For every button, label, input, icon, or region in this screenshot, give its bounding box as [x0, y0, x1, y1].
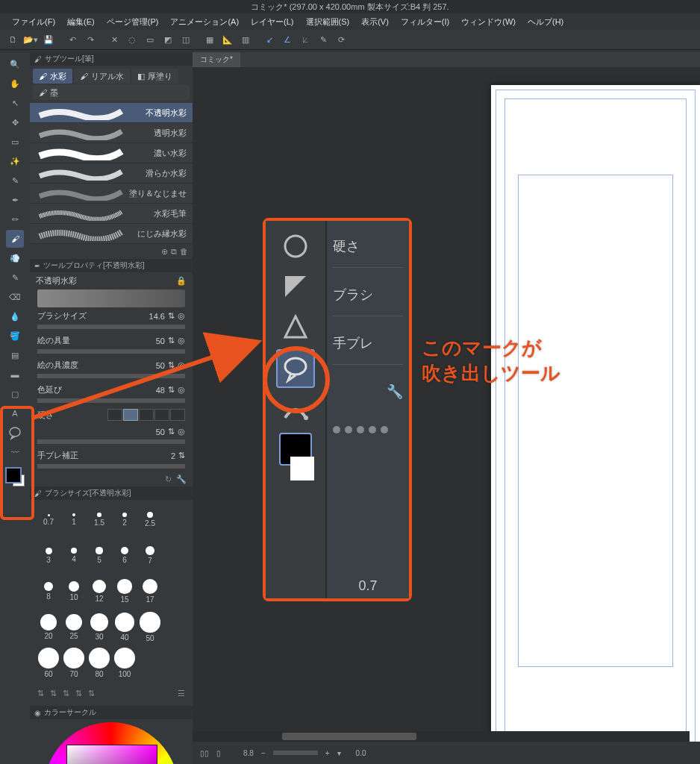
deco-tool-icon[interactable]: ✎	[6, 269, 24, 286]
brush-size-preset[interactable]: 6	[113, 540, 136, 573]
sel-square-icon[interactable]: ▭	[142, 31, 158, 48]
brush-size-preset[interactable]: 20	[37, 612, 60, 645]
fill-tool-icon[interactable]: 🪣	[6, 327, 24, 345]
brush-size-preset[interactable]: 8	[37, 576, 60, 609]
color-square[interactable]	[66, 745, 157, 764]
subtool-item-bleed[interactable]: にじみ縁水彩	[30, 224, 193, 244]
color-wheel[interactable]	[44, 722, 178, 764]
brush-size-preset[interactable]: 10	[63, 576, 85, 609]
wand-tool-icon[interactable]: ✨	[6, 152, 24, 170]
undo-icon[interactable]: ↶	[64, 31, 81, 48]
color-swatch[interactable]	[5, 467, 25, 486]
snap-line-icon[interactable]: ↙	[261, 31, 278, 48]
brush-density2-slider[interactable]	[37, 439, 185, 444]
clear-icon[interactable]: ✕	[106, 31, 122, 48]
guides-icon[interactable]: ▥	[237, 31, 254, 48]
move-view-tool-icon[interactable]: ✋	[6, 75, 24, 93]
page-canvas[interactable]	[491, 85, 700, 742]
blend-tool-icon[interactable]: 💧	[6, 307, 24, 325]
subtool-item-transparent[interactable]: 透明水彩	[30, 123, 193, 143]
brush-size-preset[interactable]: 30	[88, 612, 110, 645]
brush-pressure-icon[interactable]: ✎	[315, 31, 331, 48]
text-tool-icon[interactable]: A	[6, 404, 24, 422]
delete-subtool-icon[interactable]: 🗑	[180, 247, 188, 256]
zoom-slider[interactable]	[273, 751, 318, 755]
reset-icon[interactable]: ↻	[165, 475, 172, 484]
subtool-tab-ink[interactable]: 🖌墨	[33, 85, 190, 100]
brush-tool-icon[interactable]: 🖌	[6, 230, 24, 248]
canvas-viewport[interactable]	[193, 67, 700, 742]
sel-invert-icon[interactable]: ◩	[160, 31, 176, 48]
subtool-item-blend[interactable]: 塗り＆なじませ	[30, 184, 193, 204]
snap-perspective-icon[interactable]: ⟀	[297, 31, 313, 48]
brush-size-header[interactable]: 🖌 ブラシサイズ[不透明水彩]	[30, 486, 193, 500]
zoom-in-icon[interactable]: +	[325, 749, 330, 757]
airbrush-tool-icon[interactable]: 💨	[6, 249, 24, 267]
add-subtool-icon[interactable]: ⊕	[161, 247, 168, 257]
zoom-value[interactable]: 8.8	[243, 749, 254, 757]
brush-size-preset[interactable]: 80	[88, 648, 110, 680]
sel-dotted-icon[interactable]: ◌	[124, 31, 140, 48]
size-preset-icon[interactable]: ⇅	[50, 689, 57, 698]
prop-color-stretch[interactable]: 色延び 48⇅◎	[30, 381, 193, 398]
prop-stabilize[interactable]: 手ブレ補正 2⇅	[30, 447, 193, 464]
prop-brush-size[interactable]: ブラシサイズ 14.6⇅◎	[30, 307, 193, 325]
hardness-selector[interactable]	[107, 409, 185, 421]
size-preset-icon[interactable]: ⇅	[37, 689, 44, 698]
brush-size-preset[interactable]: 17	[139, 576, 161, 609]
size-preset-icon[interactable]: ⇅	[63, 689, 69, 698]
subtool-item-hairbrush[interactable]: 水彩毛筆	[30, 204, 193, 224]
menu-page[interactable]: ページ管理(P)	[101, 13, 165, 30]
brush-size-preset[interactable]: 40	[113, 612, 136, 645]
menu-filter[interactable]: フィルター(I)	[395, 13, 455, 30]
prop-brush-density2[interactable]: 50⇅◎	[30, 424, 193, 439]
page-single-icon[interactable]: ▯	[216, 749, 221, 757]
stabilize-slider[interactable]	[37, 464, 185, 469]
fg-color-swatch[interactable]	[5, 467, 22, 483]
grid-icon[interactable]: ▦	[201, 31, 218, 48]
menu-window[interactable]: ウィンドウ(W)	[455, 13, 522, 30]
page-spread-icon[interactable]: ▯▯	[200, 749, 209, 757]
lock-icon[interactable]: 🔒	[176, 276, 187, 286]
brush-size-preset[interactable]: 7	[139, 540, 161, 573]
brush-size-preset[interactable]: 15	[113, 576, 136, 609]
eyedropper-tool-icon[interactable]: ✎	[6, 172, 24, 190]
brush-size-preset[interactable]: 5	[88, 540, 110, 573]
angle-value[interactable]: 0.0	[356, 749, 366, 757]
brush-size-preset[interactable]: 70	[63, 648, 85, 680]
size-preset-icon[interactable]: ⇅	[88, 689, 95, 698]
correct-line-tool-icon[interactable]: 〰	[6, 443, 24, 461]
size-preset-icon[interactable]: ⇅	[75, 689, 82, 698]
pen-tool-icon[interactable]: ✒	[6, 191, 24, 209]
save-file-icon[interactable]: 💾	[40, 31, 57, 48]
size-list-icon[interactable]: ☰	[178, 689, 185, 698]
redo-icon[interactable]: ↷	[82, 31, 99, 48]
brush-size-preset[interactable]: 1.5	[88, 504, 110, 537]
pencil-tool-icon[interactable]: ✏	[6, 210, 24, 228]
menu-file[interactable]: ファイル(F)	[6, 13, 61, 30]
prop-hardness[interactable]: 硬さ	[30, 406, 193, 424]
zoom-tool-icon[interactable]: 🔍	[6, 55, 24, 73]
subtool-item-smooth[interactable]: 滑らか水彩	[30, 163, 193, 184]
prop-paint-amount[interactable]: 絵の具量 50⇅◎	[30, 332, 193, 349]
brush-size-preset[interactable]: 2	[113, 504, 136, 537]
marquee-tool-icon[interactable]: ▭	[6, 133, 24, 151]
brush-size-preset[interactable]: 100	[113, 648, 136, 680]
subtool-tab-watercolor[interactable]: 🖌水彩	[33, 69, 72, 84]
subtool-panel-header[interactable]: 🖌 サブツール[筆]	[30, 52, 193, 66]
wrench-icon[interactable]: 🔧	[176, 475, 187, 484]
brush-size-preset[interactable]: 3	[37, 540, 60, 573]
scrollbar-thumb[interactable]	[282, 733, 416, 740]
subtool-tab-thick[interactable]: ◧厚塗り	[131, 69, 178, 84]
subtool-tab-real[interactable]: 🖌リアル水	[74, 69, 130, 84]
frame-tool-icon[interactable]: ▢	[6, 385, 24, 403]
brush-size-preset[interactable]: 50	[139, 612, 161, 645]
assist-icon[interactable]: ⟳	[333, 31, 349, 48]
paint-amount-slider[interactable]	[37, 349, 185, 354]
brush-size-preset[interactable]: 1	[63, 504, 85, 537]
brush-size-slider[interactable]	[37, 325, 185, 329]
menu-help[interactable]: ヘルプ(H)	[522, 13, 569, 30]
menu-edit[interactable]: 編集(E)	[61, 13, 101, 30]
color-stretch-slider[interactable]	[37, 398, 185, 403]
figure-tool-icon[interactable]: ▬	[6, 366, 24, 383]
